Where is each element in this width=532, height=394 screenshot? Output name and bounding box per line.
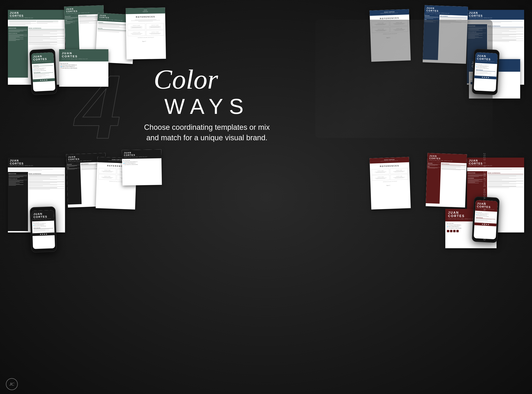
phone-green: JUAN CORTES CERTIFIED BILLING SPECIALIST… xyxy=(29,49,57,95)
phone-screen-green: JUAN CORTES CERTIFIED BILLING SPECIALIST… xyxy=(31,52,55,92)
phone-black: JUAN CORTES CERTIFIED BILLING SPECIALIST… xyxy=(30,207,57,253)
main-container: JUAN CORTES CERTIFIED BILLING SPECIALIST xyxy=(0,0,532,394)
tagline-block: Choose coordinating templates or mix and… xyxy=(118,122,296,143)
copyright-text: 2023 © JC CREATIVE MEDIA. ALL RIGHTS RES… xyxy=(483,153,486,241)
resume-black-3: JUAN CORTES CERTIFIED BILLING SPECIALIST… xyxy=(122,149,162,185)
svg-text:Juan C.: Juan C. xyxy=(386,185,391,186)
number-4: 4 xyxy=(75,59,122,154)
color-script-text: Color xyxy=(138,67,276,92)
resume-burgundy-2: JUAN CORTES CERTIFIED BILLING SPECIALIST… xyxy=(426,153,467,208)
jc-logo-circle: JC xyxy=(6,378,18,390)
center-text-block: Color WAYS xyxy=(138,67,276,119)
background-keyboard xyxy=(315,20,493,138)
resume-burgundy-references: JUAN CORTES CERTIFIED BILLING SPECIALIST… xyxy=(370,157,411,210)
tagline-line1: Choose coordinating templates or mix xyxy=(118,122,296,133)
phone-screen-black: JUAN CORTES CERTIFIED BILLING SPECIALIST… xyxy=(32,210,55,249)
phone-navy: JUAN CORTES CERTIFIED BILLING SPECIALIST… xyxy=(472,49,500,95)
tagline-line2: and match for a unique visual brand. xyxy=(118,133,296,143)
svg-text:Juan C.: Juan C. xyxy=(142,41,146,42)
ways-text: WAYS xyxy=(138,94,276,119)
resume-green-references: JUAN CORTES REFERENCES CONTACT NAME CONT… xyxy=(126,7,166,59)
phone-screen-navy: JUAN CORTES CERTIFIED BILLING SPECIALIST… xyxy=(474,52,498,92)
jc-logo: JC xyxy=(6,378,18,390)
phone-notch-black xyxy=(39,208,47,210)
